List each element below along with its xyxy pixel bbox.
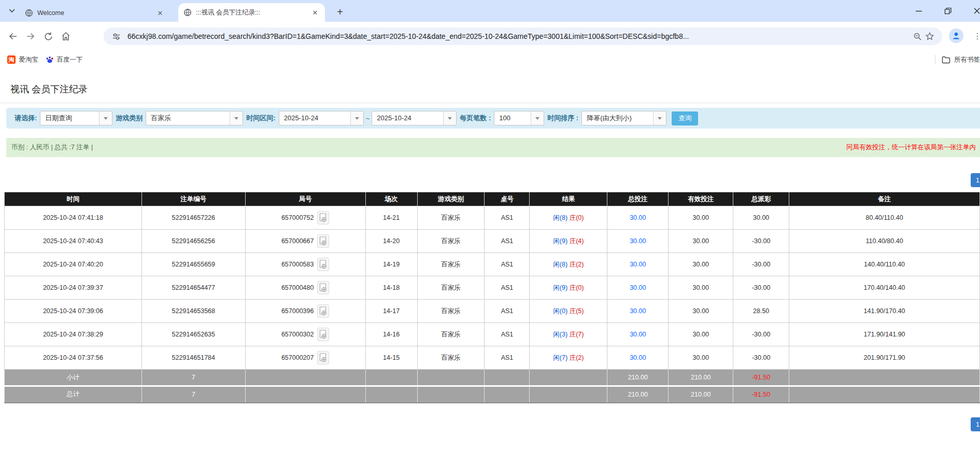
filter-bar: 请选择: 日期查询 游戏类别 百家乐 时间区间: 2025-10-24 ~ 20… xyxy=(6,108,980,129)
table-number: AS1 xyxy=(485,230,530,253)
close-window-button[interactable] xyxy=(968,3,980,19)
pagination-page-1-bottom[interactable]: 1 xyxy=(971,417,980,431)
total-payout: -91.50 xyxy=(733,386,789,403)
all-bookmarks-button[interactable]: 所有书签 xyxy=(942,55,980,64)
column-header: 备注 xyxy=(789,192,980,206)
player-result: 闲(0) xyxy=(553,307,567,315)
total-bet-link[interactable]: 30.00 xyxy=(630,331,646,338)
total-bet-link[interactable]: 30.00 xyxy=(630,214,646,221)
table-number: AS1 xyxy=(485,276,530,300)
date-start-value: 2025-10-24 xyxy=(279,111,350,125)
video-replay-button[interactable] xyxy=(317,211,329,224)
home-button[interactable] xyxy=(57,27,75,45)
back-button[interactable] xyxy=(4,27,22,45)
table-row: 2025-10-24 07:38:29 522914652635 6570003… xyxy=(5,323,980,346)
player-result: 闲(3) xyxy=(553,331,567,338)
bookmark-star-icon[interactable] xyxy=(924,30,936,43)
tab-close-icon[interactable]: ✕ xyxy=(155,8,165,18)
payout: -30.00 xyxy=(733,253,789,276)
reload-button[interactable] xyxy=(39,27,57,45)
chevron-down-icon[interactable] xyxy=(531,111,544,125)
tab-search-button[interactable] xyxy=(4,4,20,18)
date-start-select[interactable]: 2025-10-24 xyxy=(279,111,364,125)
all-bookmarks-label: 所有书签 xyxy=(954,55,980,64)
video-replay-button[interactable] xyxy=(317,281,329,294)
profile-avatar[interactable] xyxy=(949,29,963,43)
reload-icon xyxy=(44,32,53,41)
round-id: 657000583 xyxy=(281,261,314,268)
valid-bet: 30.00 xyxy=(669,323,733,346)
tab-welcome[interactable]: Welcome ✕ xyxy=(20,4,170,22)
tab-bet-records[interactable]: :::视讯 会员下注纪录::: ✕ xyxy=(178,3,325,22)
date-end-select[interactable]: 2025-10-24 xyxy=(372,111,457,125)
site-settings-icon[interactable] xyxy=(110,30,122,43)
valid-bet-notice: 同局有效投注，统一计算在该局第一张注单内 xyxy=(846,143,976,152)
url-text[interactable]: 66cxkj98.com/game/betrecord_search/kind3… xyxy=(127,32,911,40)
back-arrow-icon xyxy=(8,31,18,41)
payout: 28.50 xyxy=(733,300,789,323)
total-bet-link[interactable]: 30.00 xyxy=(630,261,646,268)
bookmark-baidu[interactable]: 百度一下 xyxy=(46,55,83,64)
video-replay-button[interactable] xyxy=(317,328,329,341)
column-header: 局号 xyxy=(245,192,365,206)
bookmark-aitaobao[interactable]: 淘 爱淘宝 xyxy=(7,55,38,64)
column-header: 注单编号 xyxy=(141,192,245,206)
minimize-button[interactable] xyxy=(910,3,928,19)
round-cell: 657000207 xyxy=(245,346,365,370)
forward-arrow-icon xyxy=(25,31,36,41)
chevron-down-icon[interactable] xyxy=(230,111,243,125)
payout: -30.00 xyxy=(733,230,789,253)
tab-title: :::视讯 会员下注纪录::: xyxy=(196,8,310,17)
subtotal-row: 小计 7 210.00 210.00 -91.50 xyxy=(5,370,980,386)
note: 201.90/171.90 xyxy=(789,346,980,370)
note: 110.40/80.40 xyxy=(789,230,980,253)
game-type-select[interactable]: 百家乐 xyxy=(146,111,243,125)
restore-button[interactable] xyxy=(939,3,957,19)
search-button[interactable]: 查询 xyxy=(672,111,698,125)
zoom-icon[interactable] xyxy=(911,30,924,43)
forward-button[interactable] xyxy=(22,27,39,45)
pagination-page-1-top[interactable]: 1 xyxy=(971,173,980,187)
total-bet-link[interactable]: 30.00 xyxy=(630,237,646,245)
table-row: 2025-10-24 07:39:06 522914653568 6570003… xyxy=(5,300,980,323)
title-divider xyxy=(0,103,980,103)
folder-icon xyxy=(942,56,950,64)
bet-id: 522914653568 xyxy=(141,300,245,323)
video-replay-button[interactable] xyxy=(317,234,329,248)
video-replay-button[interactable] xyxy=(317,258,329,271)
total-bet-link[interactable]: 30.00 xyxy=(630,354,646,361)
subtotal-count: 7 xyxy=(141,370,245,386)
total-bet-link[interactable]: 30.00 xyxy=(630,284,646,291)
result-cell: 闲(9) 庄(0) xyxy=(530,276,607,300)
video-replay-icon xyxy=(319,236,327,246)
result-cell: 闲(8) 庄(2) xyxy=(530,253,607,276)
table-row: 2025-10-24 07:40:20 522914655659 6570005… xyxy=(5,253,980,276)
player-result: 闲(8) xyxy=(553,261,567,268)
chevron-down-icon[interactable] xyxy=(653,111,666,125)
bet-id: 522914655659 xyxy=(141,253,245,276)
total-bet-cell: 30.00 xyxy=(607,253,669,276)
url-bar[interactable]: 66cxkj98.com/game/betrecord_search/kind3… xyxy=(104,27,942,45)
banker-result: 庄(4) xyxy=(570,237,584,245)
sort-select[interactable]: 降幂(由大到小) xyxy=(581,111,666,125)
query-mode-select[interactable]: 日期查询 xyxy=(40,111,112,125)
browser-window: Welcome ✕ :::视讯 会员下注纪录::: ✕ + xyxy=(0,0,980,450)
total-bet-link[interactable]: 30.00 xyxy=(630,307,646,315)
column-header: 结果 xyxy=(530,192,607,206)
person-icon xyxy=(951,31,961,40)
chevron-down-icon[interactable] xyxy=(350,111,363,125)
total-count: 7 xyxy=(141,386,245,403)
video-replay-button[interactable] xyxy=(317,351,329,364)
column-header: 总投注 xyxy=(607,192,669,206)
chevron-down-icon[interactable] xyxy=(443,111,456,125)
game-type-label: 游戏类别 xyxy=(116,114,143,123)
new-tab-button[interactable]: + xyxy=(333,5,347,19)
tab-close-icon[interactable]: ✕ xyxy=(310,8,320,17)
chevron-down-icon[interactable] xyxy=(99,111,112,125)
table-number: AS1 xyxy=(485,346,530,370)
browser-menu-button[interactable]: ⋮ xyxy=(971,29,980,43)
round-id: 657000302 xyxy=(281,331,314,338)
table-row: 2025-10-24 07:37:56 522914651784 6570002… xyxy=(5,346,980,370)
video-replay-button[interactable] xyxy=(317,304,329,318)
per-page-select[interactable]: 100 xyxy=(494,111,544,125)
